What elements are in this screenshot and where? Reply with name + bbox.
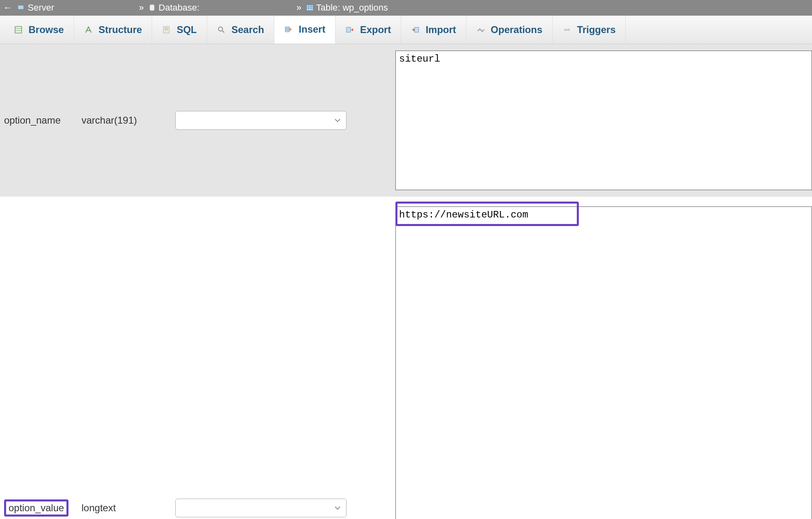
tab-import-label: Import xyxy=(426,24,456,35)
field-row-option-value: option_value longtext xyxy=(0,197,812,519)
sql-icon xyxy=(162,25,171,34)
breadcrumb-table[interactable]: Table: wp_options xyxy=(306,2,388,13)
field-type-option-value: longtext xyxy=(82,502,175,514)
svg-point-22 xyxy=(564,29,567,31)
import-icon xyxy=(411,25,420,34)
svg-rect-21 xyxy=(415,27,419,32)
tab-triggers-label: Triggers xyxy=(577,24,616,35)
field-value-option-value[interactable] xyxy=(395,206,812,519)
tab-structure[interactable]: Structure xyxy=(74,16,152,44)
tab-operations[interactable]: Operations xyxy=(466,16,553,44)
svg-line-16 xyxy=(222,31,224,33)
svg-rect-0 xyxy=(18,5,24,9)
tab-sql[interactable]: SQL xyxy=(152,16,207,44)
breadcrumb-table-label: Table: wp_options xyxy=(316,2,388,13)
field-label-option-value: option_value xyxy=(0,499,82,517)
tab-sql-label: SQL xyxy=(177,24,196,35)
tabs-bar: Browse Structure SQL Search Insert Expor… xyxy=(0,16,812,44)
breadcrumb-server[interactable]: Server xyxy=(17,2,54,13)
content-area: option_name varchar(191) option_value lo… xyxy=(0,44,812,519)
breadcrumb-separator: » xyxy=(139,2,144,13)
tab-search-label: Search xyxy=(232,24,264,35)
tab-import[interactable]: Import xyxy=(401,16,466,44)
breadcrumb-bar: ← Server » Database: » Table: wp_options xyxy=(0,0,812,16)
breadcrumb-database[interactable]: Database: xyxy=(148,2,199,13)
svg-point-23 xyxy=(567,29,570,31)
breadcrumb-database-label: Database: xyxy=(159,2,199,13)
operations-icon xyxy=(476,25,485,34)
tab-export-label: Export xyxy=(360,24,391,35)
tab-export[interactable]: Export xyxy=(335,16,401,44)
triggers-icon xyxy=(563,25,571,34)
browse-icon xyxy=(14,25,23,34)
field-function-select-option-name[interactable] xyxy=(175,111,346,130)
svg-point-15 xyxy=(218,27,223,31)
field-type-option-name: varchar(191) xyxy=(82,115,175,126)
tab-triggers[interactable]: Triggers xyxy=(553,16,626,44)
svg-rect-17 xyxy=(285,27,289,32)
back-arrow-icon[interactable]: ← xyxy=(3,2,12,13)
field-row-option-name: option_name varchar(191) xyxy=(0,44,812,197)
search-icon xyxy=(217,25,226,34)
tab-search[interactable]: Search xyxy=(207,16,274,44)
table-icon xyxy=(306,4,314,12)
insert-icon xyxy=(284,25,293,34)
field-label-option-name: option_name xyxy=(0,115,82,126)
tab-operations-label: Operations xyxy=(491,24,543,35)
structure-icon xyxy=(84,25,93,34)
tab-insert-label: Insert xyxy=(299,24,325,35)
tab-browse-label: Browse xyxy=(29,24,64,35)
export-icon xyxy=(345,25,354,34)
svg-rect-3 xyxy=(307,5,313,11)
tab-structure-label: Structure xyxy=(99,24,142,35)
tab-browse[interactable]: Browse xyxy=(4,16,74,44)
breadcrumb-separator: » xyxy=(296,2,301,13)
svg-rect-8 xyxy=(15,27,22,33)
tab-insert[interactable]: Insert xyxy=(274,16,335,44)
field-value-option-name[interactable] xyxy=(395,51,812,190)
breadcrumb-server-label: Server xyxy=(28,2,54,13)
option-value-highlight: option_value xyxy=(4,499,68,517)
field-function-select-option-value[interactable] xyxy=(175,499,346,517)
svg-rect-1 xyxy=(20,9,22,11)
server-icon xyxy=(17,4,25,12)
database-icon xyxy=(148,4,156,12)
svg-rect-20 xyxy=(346,27,351,32)
